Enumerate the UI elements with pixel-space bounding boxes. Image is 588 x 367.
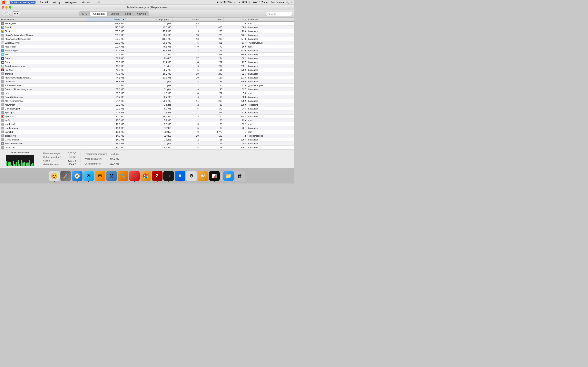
menubar-weergave[interactable]: Weergave bbox=[64, 1, 78, 4]
dock-appstore[interactable]: A bbox=[175, 171, 185, 181]
close-button[interactable] bbox=[2, 6, 4, 8]
dock-filezilla[interactable]: Z bbox=[152, 171, 163, 181]
col-header-port[interactable]: Poort bbox=[200, 17, 223, 22]
table-row[interactable]: ✎TextWrangler71,9 MB34,3 MB31712730basja… bbox=[0, 49, 294, 53]
table-row[interactable]: ▬Dock50,6 MB21,2 MB4232227basjansen bbox=[0, 60, 294, 64]
cell-user: _spotlight bbox=[247, 103, 294, 107]
tab-energie[interactable]: Energie bbox=[108, 12, 122, 16]
col-header-threads[interactable]: Threads bbox=[173, 17, 200, 22]
table-row[interactable]: ○Mail-webmateriaal24,4 MB20,1 MB11203295… bbox=[0, 99, 294, 103]
table-row[interactable]: ○http://www.mobieleprepa...44,1 MB13,1 M… bbox=[0, 76, 294, 80]
table-row[interactable]: ○mdworker23,2 MB0 bytes2382989_spotlight bbox=[0, 103, 294, 107]
col-header-user[interactable]: Gebruiker bbox=[247, 17, 294, 22]
dock-sysprefs[interactable]: ⚙ bbox=[186, 171, 197, 181]
cell-port: 269 bbox=[200, 29, 223, 33]
table-row[interactable]: 🧭Safari277,3 MB42,6 MB21480384basjansen bbox=[0, 25, 294, 29]
cell-compr: 2,7 MB bbox=[125, 95, 172, 99]
cell-pid: 55 bbox=[223, 91, 247, 95]
table-row[interactable]: ○CVMCompiler14,7 MB0 bytes2282994basjans… bbox=[0, 138, 294, 142]
table-row[interactable]: ○amfid17,3 MB5,7 MB226299root bbox=[0, 118, 294, 122]
apple-menu[interactable]: 🍎 bbox=[2, 0, 6, 4]
dock-wirewatcher[interactable]: W bbox=[198, 171, 208, 181]
process-table-container[interactable]: Procesnaam Geheu... ▾ Gecompr. gehe... T… bbox=[0, 17, 294, 149]
table-row[interactable]: ○sandboxd16,8 MB7,9 MB353322root bbox=[0, 122, 294, 126]
table-row[interactable]: ○mdworker14,5 MB4,7 MB4592687basjansen bbox=[0, 146, 294, 150]
col-header-compr[interactable]: Gecompr. gehe... bbox=[125, 17, 172, 22]
cell-mem: 277,3 MB bbox=[86, 25, 125, 29]
cell-mem: 14,7 MB bbox=[86, 138, 125, 142]
table-row[interactable]: ○nsurlstoraged15,1 MB372 KB5132261basjan… bbox=[0, 126, 294, 130]
list-icon[interactable]: ≡ bbox=[291, 1, 292, 4]
maximize-button[interactable] bbox=[9, 6, 11, 8]
menubar-wijzig[interactable]: Wijzig bbox=[52, 1, 61, 4]
table-row[interactable]: ◆Dropbox62,2 MB116 KB37224302basjansen bbox=[0, 57, 294, 60]
cell-compr: 372 KB bbox=[125, 126, 172, 130]
menubar-venster[interactable]: Venster bbox=[81, 1, 91, 4]
cell-port: 191 bbox=[200, 68, 223, 72]
table-row[interactable]: ⚙kernel_task629,9 MB0 bytes9300root bbox=[0, 22, 294, 25]
search-icon[interactable]: 🔍 bbox=[286, 1, 289, 4]
table-row[interactable]: ○https://outlook.office365.com238,3 MB28… bbox=[0, 33, 294, 37]
dock-instruments[interactable]: 🔧 bbox=[118, 171, 128, 181]
table-row[interactable]: 😊Finder265,9 MB77,7 MB5269230basjansen bbox=[0, 29, 294, 33]
search-input[interactable] bbox=[271, 13, 291, 15]
table-row[interactable]: 🔍Spotlight22,6 MB1,5 MB17293319basjansen bbox=[0, 111, 294, 115]
cell-procname: 😊Finder bbox=[0, 29, 86, 33]
table-row[interactable]: ○http://www.w3schools.com169,2 MB110,0 M… bbox=[0, 37, 294, 41]
cell-compr: 50,1 MB bbox=[125, 41, 172, 45]
dock-spotify[interactable]: ♫ bbox=[163, 171, 174, 181]
table-row[interactable]: ○mds30,5 MB1,5 MB823255root bbox=[0, 91, 294, 95]
table-row[interactable]: ○cfprefsd47,2 MB16,7 MB10246225basjansen bbox=[0, 72, 294, 76]
bluetooth-icon[interactable]: ✦ bbox=[234, 1, 236, 4]
cell-user: _softwareupda bbox=[247, 83, 294, 87]
action-button[interactable]: ⚙ ▾ bbox=[12, 11, 20, 16]
table-row[interactable]: ○Safari Networking25,7 MB2,7 MB6116388ba… bbox=[0, 95, 294, 99]
table-row[interactable]: ▲Berichtencentrum14,7 MB0 bytes3191284ba… bbox=[0, 142, 294, 146]
table-row[interactable]: ⬜WindowServer131,7 MB50,1 MB5401137_wind… bbox=[0, 41, 294, 45]
table-row[interactable]: ○discoveryd14,7 MB828 KB2010672_mdnsresp… bbox=[0, 134, 294, 138]
table-row[interactable]: ○Dropbox Finder Integration32,0 MB0 byte… bbox=[0, 87, 294, 91]
dock-trash[interactable]: 🗑 bbox=[234, 171, 245, 181]
col-header-name[interactable]: Procesnaam bbox=[0, 17, 86, 22]
dock-music[interactable]: 🎵 bbox=[129, 171, 140, 181]
search-box[interactable]: 🔍 bbox=[266, 12, 292, 16]
menubar-archief[interactable]: Archief bbox=[39, 1, 49, 4]
pressure-bar bbox=[19, 164, 20, 166]
dock-email2[interactable]: ✉ bbox=[95, 171, 105, 181]
tab-schijf[interactable]: Schijf bbox=[122, 12, 134, 16]
wifi-icon[interactable]: ▲ bbox=[238, 1, 240, 4]
table-row[interactable]: ✉Mail67,5 MB42,0 MB123292946basjansen bbox=[0, 53, 294, 57]
cell-pid: 2743 bbox=[223, 37, 247, 41]
menubar-app[interactable]: Activiteitenweergave bbox=[9, 1, 35, 4]
tab-cpu[interactable]: CPU bbox=[79, 12, 90, 16]
dock-activity[interactable]: 📊 bbox=[209, 171, 220, 181]
cell-port: 167 bbox=[200, 76, 223, 80]
dock-finder[interactable]: 😊 bbox=[49, 171, 60, 181]
memory-stat-row2: Programmageheugen:2,68 GB bbox=[85, 153, 119, 155]
table-row[interactable]: 📊Activiteitenweergave49,9 MB0 bytes62022… bbox=[0, 64, 294, 68]
table-row[interactable]: ○mds_stores101,4 MB46,6 MB970160root bbox=[0, 45, 294, 49]
cell-compr: 0 bytes bbox=[125, 142, 172, 146]
dock-safari[interactable]: 🧭 bbox=[72, 171, 82, 181]
dock-files[interactable]: 📁 bbox=[223, 171, 234, 181]
col-header-mem[interactable]: Geheu... ▾ bbox=[86, 17, 125, 22]
table-row[interactable]: ○CalendarAgent22,9 MB9,2 MB6172245basjan… bbox=[0, 107, 294, 111]
dock-xcode[interactable]: ⚒ bbox=[106, 171, 117, 181]
table-row[interactable]: ○launchd15,1 MB500 KB93.7721root bbox=[0, 130, 294, 134]
table-row[interactable]: ○mdworker38,3 MB0 bytes4532990basjansen bbox=[0, 80, 294, 83]
table-row[interactable]: 📅Agenda22,0 MB18,2 MB31702754basjansen bbox=[0, 115, 294, 118]
dropbox-icon[interactable]: ◆ bbox=[217, 1, 218, 4]
dock-launchpad[interactable]: 🚀 bbox=[61, 171, 71, 181]
stop-button[interactable]: ✕ bbox=[2, 12, 6, 16]
cell-pid: 388 bbox=[223, 95, 247, 99]
tab-netwerk[interactable]: Netwerk bbox=[134, 12, 149, 16]
col-header-pid[interactable]: PID bbox=[223, 17, 247, 22]
table-row[interactable]: ZFileZilla49,2 MB26,7 MB51912709basjanse… bbox=[0, 68, 294, 72]
dock-books[interactable]: 📚 bbox=[140, 171, 151, 181]
minimize-button[interactable] bbox=[5, 6, 8, 8]
dock-mail[interactable]: ✉ bbox=[83, 171, 94, 181]
tab-geheugen[interactable]: Geheugen bbox=[90, 12, 107, 16]
table-row[interactable]: ○softwareupdated33,5 MB0 bytes254215_sof… bbox=[0, 83, 294, 87]
info-button[interactable]: ℹ bbox=[7, 12, 11, 16]
menubar-help[interactable]: Help bbox=[95, 1, 102, 4]
